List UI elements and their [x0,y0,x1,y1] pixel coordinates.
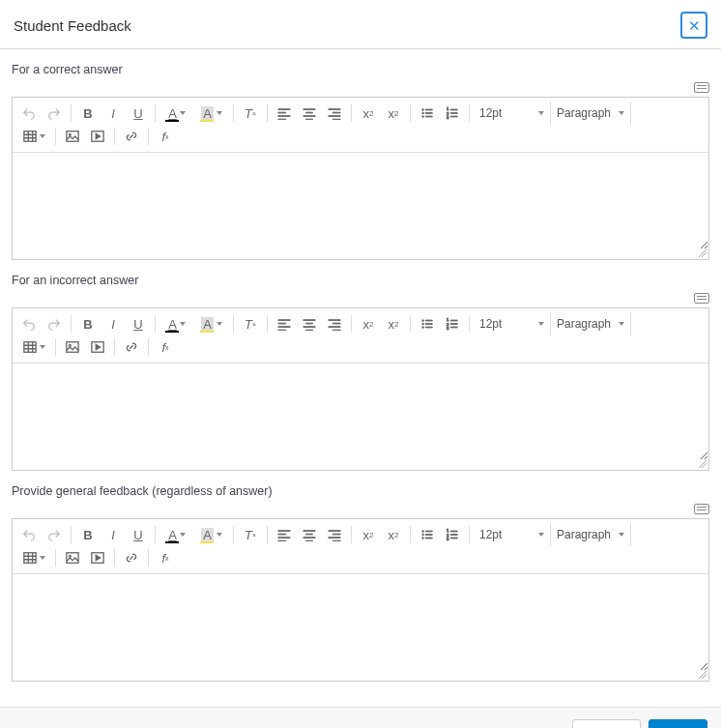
editor-general-textarea[interactable] [13,574,708,671]
format-select[interactable]: Paragraph [551,523,631,546]
redo-button[interactable] [42,523,67,546]
text-color-button[interactable]: A [159,102,194,125]
resize-handle[interactable] [13,671,708,681]
fontsize-select[interactable]: 12pt [474,312,551,335]
keyboard-icon[interactable] [694,293,709,304]
align-center-button[interactable] [297,523,322,546]
bullet-list-button[interactable] [415,102,440,125]
done-button[interactable]: Done [649,719,707,728]
equation-button[interactable]: fx [153,125,178,148]
underline-button[interactable]: U [126,312,151,335]
subscript-button[interactable]: x2 [381,523,406,546]
redo-button[interactable] [42,312,67,335]
keyboard-shortcut-row [12,293,709,304]
undo-button[interactable] [16,102,42,125]
format-select[interactable]: Paragraph [551,312,631,335]
toolbar-sep [469,315,470,333]
toolbar-sep [410,526,411,543]
numbered-list-button[interactable]: 123 [440,312,465,335]
keyboard-icon[interactable] [694,504,709,514]
superscript-button[interactable]: x2 [356,312,381,335]
bold-button[interactable]: B [75,102,101,125]
dialog-title: Student Feedback [14,17,131,34]
subscript-button[interactable]: x2 [381,312,406,335]
text-color-button[interactable]: A [159,523,194,546]
italic-button[interactable]: I [101,102,126,125]
editor-incorrect-textarea[interactable] [13,364,708,460]
image-button[interactable] [60,335,85,359]
undo-button[interactable] [16,523,42,546]
toolbar-sep [469,526,470,543]
clear-formatting-button[interactable]: T× [238,312,263,335]
align-left-button[interactable] [272,102,297,125]
numbered-list-button[interactable]: 123 [440,523,465,546]
align-right-button[interactable] [322,523,347,546]
close-button[interactable]: ✕ [680,12,707,39]
fontsize-value: 12pt [479,106,502,120]
bold-button[interactable]: B [75,523,101,546]
underline-button[interactable]: U [126,523,151,546]
svg-point-28 [70,555,72,557]
image-button[interactable] [60,125,85,148]
fontsize-select[interactable]: 12pt [474,523,551,546]
superscript-button[interactable]: x2 [356,523,381,546]
numbered-list-button[interactable]: 123 [440,102,465,125]
table-button[interactable] [16,125,51,148]
resize-handle[interactable] [13,249,708,259]
format-select[interactable]: Paragraph [551,102,631,125]
text-color-button[interactable]: A [159,312,194,335]
svg-rect-26 [23,553,35,564]
redo-button[interactable] [42,102,67,125]
highlight-color-button[interactable]: A [194,102,229,125]
highlight-color-button[interactable]: A [194,523,229,546]
media-button[interactable] [85,335,110,359]
bullet-list-button[interactable] [415,312,440,335]
media-button[interactable] [85,125,110,148]
svg-rect-16 [23,342,35,353]
italic-button[interactable]: I [101,312,126,335]
clear-formatting-button[interactable]: T× [238,102,263,125]
fontsize-select[interactable]: 12pt [474,102,551,125]
undo-button[interactable] [16,312,42,335]
link-button[interactable] [119,335,144,359]
equation-button[interactable]: fx [153,335,178,359]
toolbar-sep [351,526,352,543]
media-button[interactable] [85,546,110,569]
section-incorrect-label: For an incorrect answer [12,274,709,287]
underline-button[interactable]: U [126,102,151,125]
close-icon: ✕ [688,18,701,33]
toolbar-sep [55,128,56,145]
svg-rect-17 [67,342,78,353]
link-button[interactable] [119,546,144,569]
bold-button[interactable]: B [75,312,101,335]
toolbar-incorrect: B I U A A T× x2 x2 123 12pt Pa [13,308,708,364]
keyboard-icon[interactable] [694,82,709,93]
toolbar-correct: B I U A A T× x2 x2 123 12pt Pa [13,98,708,153]
toolbar-sep [55,549,56,567]
cancel-button[interactable]: Cancel [572,719,640,728]
editor-correct: B I U A A T× x2 x2 123 12pt Pa [12,97,709,260]
align-right-button[interactable] [322,312,347,335]
align-right-button[interactable] [322,102,347,125]
resize-handle[interactable] [13,460,708,470]
align-left-button[interactable] [272,523,297,546]
subscript-button[interactable]: x2 [381,102,406,125]
align-center-button[interactable] [297,312,322,335]
align-left-button[interactable] [272,312,297,335]
bullet-list-button[interactable] [415,523,440,546]
align-center-button[interactable] [297,102,322,125]
superscript-button[interactable]: x2 [356,102,381,125]
toolbar-sep [233,104,234,122]
clear-formatting-button[interactable]: T× [238,523,263,546]
link-button[interactable] [119,125,144,148]
section-general-label: Provide general feedback (regardless of … [12,484,709,498]
svg-point-8 [70,133,72,135]
editor-correct-textarea[interactable] [13,153,708,249]
italic-button[interactable]: I [101,523,126,546]
svg-point-2 [422,116,424,118]
table-button[interactable] [16,335,51,359]
equation-button[interactable]: fx [153,546,178,569]
image-button[interactable] [60,546,85,569]
highlight-color-button[interactable]: A [194,312,229,335]
table-button[interactable] [16,546,51,569]
